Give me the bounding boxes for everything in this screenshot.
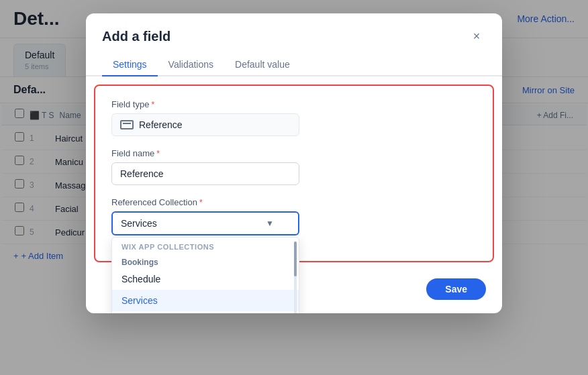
dropdown-item-schedule[interactable]: Schedule <box>112 268 299 290</box>
field-type-label: Field type * <box>111 99 477 109</box>
modal-overlay: Add a field × Settings Validations Defau… <box>0 0 588 375</box>
modal-header: Add a field × <box>86 13 502 46</box>
wix-app-collections-header: Wix App Collections <box>112 237 299 254</box>
add-field-modal: Add a field × Settings Validations Defau… <box>86 13 502 313</box>
referenced-collection-dropdown[interactable]: Services ▼ Wix App Collections Bookings … <box>111 211 299 235</box>
bookings-group-label: Bookings <box>112 254 299 268</box>
scroll-track <box>294 242 297 313</box>
modal-body: Field type * Reference Field name * <box>94 85 494 262</box>
required-indicator-2: * <box>156 149 160 158</box>
save-button[interactable]: Save <box>426 278 486 300</box>
selected-collection-label: Services <box>121 218 157 229</box>
dropdown-item-staff[interactable]: Staff <box>112 311 299 313</box>
field-type-group: Field type * Reference <box>111 99 477 136</box>
tab-settings[interactable]: Settings <box>102 54 158 76</box>
chevron-down-icon: ▼ <box>266 219 274 228</box>
field-name-label: Field name * <box>111 148 477 158</box>
tab-validations[interactable]: Validations <box>158 54 224 76</box>
close-button[interactable]: × <box>467 27 486 46</box>
referenced-collection-group: Referenced Collection * Services ▼ Wix A… <box>111 197 477 235</box>
field-type-display: Reference <box>111 113 299 136</box>
required-indicator: * <box>151 100 154 109</box>
scroll-thumb <box>294 242 297 276</box>
dropdown-selected-value[interactable]: Services ▼ <box>111 211 299 235</box>
modal-title: Add a field <box>102 29 170 44</box>
modal-tabs: Settings Validations Default value <box>86 54 502 76</box>
dropdown-item-services[interactable]: Services <box>112 290 299 311</box>
reference-icon <box>120 120 134 129</box>
field-name-input[interactable] <box>111 162 299 185</box>
field-name-group: Field name * <box>111 148 477 185</box>
referenced-collection-label: Referenced Collection * <box>111 197 477 207</box>
dropdown-menu: Wix App Collections Bookings Schedule Se… <box>111 237 299 313</box>
field-type-value: Reference <box>139 119 183 130</box>
required-indicator-3: * <box>199 198 203 207</box>
tab-default-value[interactable]: Default value <box>224 54 301 76</box>
